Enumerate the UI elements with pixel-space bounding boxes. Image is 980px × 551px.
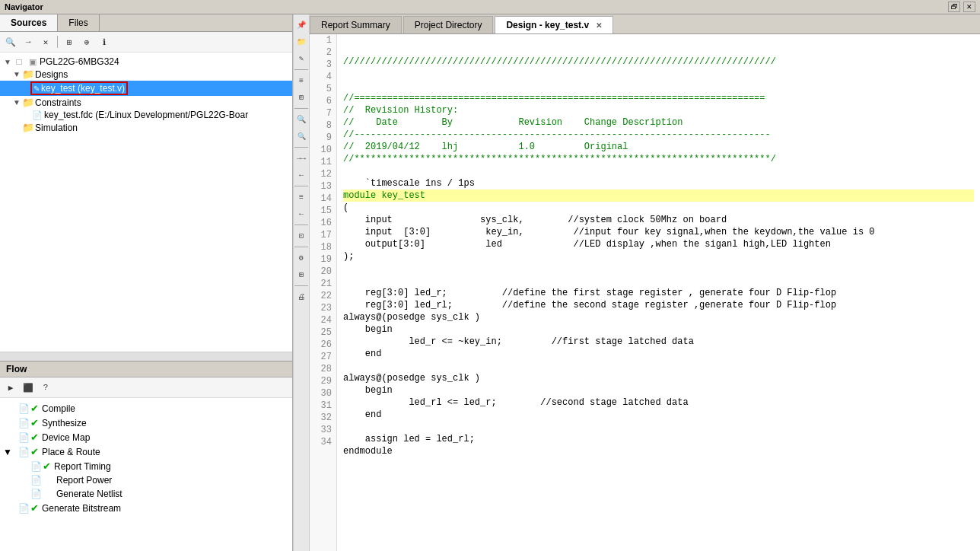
copy-icon[interactable]: ⊞ (62, 34, 77, 49)
mt-settings-btn[interactable]: ⚙ (294, 250, 309, 266)
tree-item-constraints[interactable]: ▼ 📁 Constraints (0, 96, 292, 109)
line-num-14: 14 (310, 193, 336, 205)
flow-item-report-power[interactable]: 📄 Report Power (0, 473, 292, 487)
tab-close-icon[interactable]: ✕ (596, 21, 602, 30)
code-line-25: end (343, 348, 974, 360)
label-key-test-v: key_test (key_test.v) (41, 83, 125, 94)
check-place-route: ✔ (30, 446, 39, 457)
flow-item-compile[interactable]: 📄 ✔ Compile (0, 401, 292, 416)
line-num-31: 31 (310, 400, 336, 412)
flow-item-gen-bitstream[interactable]: 📄 ✔ Generate Bitstream (0, 501, 292, 515)
tree-item-designs[interactable]: ▼ 📁 Designs (0, 68, 292, 81)
tab-report-summary[interactable]: Report Summary (310, 16, 402, 33)
flow-help-btn[interactable]: ? (38, 380, 53, 395)
line-num-20: 20 (310, 266, 336, 278)
mt-zoom-out-btn[interactable]: 🔍 (294, 129, 309, 144)
line-num-19: 19 (310, 253, 336, 266)
tab-project-directory[interactable]: Project Directory (403, 16, 494, 33)
tab-sources[interactable]: Sources (0, 14, 58, 31)
mt-grid-btn[interactable]: ⊞ (294, 90, 309, 105)
editor-tabs: Report Summary Project Directory Design … (310, 14, 980, 34)
main-layout: Sources Files 🔍 → ✕ ⊞ ⊕ ℹ ▼ □ ▣ (0, 14, 980, 551)
code-line-30: end (343, 409, 974, 421)
flow-stop-btn[interactable]: ⬛ (21, 380, 36, 395)
tree-item-pgl22g[interactable]: ▼ □ ▣ PGL22G-6MBG324 (0, 56, 292, 68)
mt-zoom-in-btn[interactable]: 🔍 (294, 112, 309, 127)
tab-files[interactable]: Files (58, 14, 99, 31)
line-num-27: 27 (310, 351, 336, 363)
mt-pin-btn[interactable]: 📌 (294, 18, 309, 33)
code-line-17: ); (343, 250, 974, 263)
doc-icon-synthesize: 📄 (18, 418, 30, 428)
code-line-7: //--------------------------------------… (343, 129, 974, 141)
mt-left-btn[interactable]: ← (294, 206, 309, 221)
code-line-9: //**************************************… (343, 153, 974, 165)
add-icon[interactable]: ⊕ (79, 34, 94, 49)
code-line-10 (343, 165, 974, 177)
toggle-constraints[interactable]: ▼ (12, 98, 21, 107)
flow-toolbar: ▶ ⬛ ? (0, 377, 292, 398)
label-gen-bitstream: Generate Bitstream (42, 503, 121, 514)
left-panel: Sources Files 🔍 → ✕ ⊞ ⊕ ℹ ▼ □ ▣ (0, 14, 293, 551)
flow-run-btn[interactable]: ▶ (3, 380, 18, 395)
mt-sep5 (294, 225, 308, 225)
code-line-32: assign led = led_rl; (343, 433, 974, 445)
mt-table-btn[interactable]: ⊡ (294, 228, 309, 244)
toggle-pgl22g[interactable]: ▼ (3, 58, 12, 66)
line-num-24: 24 (310, 314, 336, 326)
mt-forward-btn[interactable]: →→ (294, 151, 309, 166)
forward-icon[interactable]: → (21, 34, 36, 49)
flow-item-device-map[interactable]: 📄 ✔ Device Map (0, 430, 292, 444)
close-button[interactable]: ✕ (963, 2, 975, 12)
code-line-6: // Date By Revision Change Description (343, 116, 974, 129)
code-scroll[interactable]: ////////////////////////////////////////… (337, 34, 980, 551)
line-num-10: 10 (310, 144, 336, 156)
tree-scrollbar-h[interactable] (0, 352, 292, 361)
toggle-place-route[interactable]: ▼ (3, 447, 18, 457)
tree-item-key-test-fdc[interactable]: 📄 key_test.fdc (E:/Linux Development/PGL… (0, 109, 292, 121)
search-icon[interactable]: 🔍 (3, 34, 18, 49)
mt-print-btn[interactable]: 🖨 (294, 289, 309, 304)
code-line-2 (343, 68, 974, 80)
collapse-icon[interactable]: ✕ (38, 34, 53, 49)
restore-button[interactable]: 🗗 (948, 2, 960, 12)
mt-grid2-btn[interactable]: ⊞ (294, 267, 309, 282)
label-report-timing: Report Timing (54, 461, 111, 472)
line-num-34: 34 (310, 436, 336, 448)
code-line-21: reg[3:0] led_rl; //define the second sta… (343, 299, 974, 311)
folder-icon-pgl22g: □ (12, 56, 26, 67)
flow-item-synthesize[interactable]: 📄 ✔ Synthesize (0, 416, 292, 430)
line-num-18: 18 (310, 241, 336, 253)
mt-edit-btn[interactable]: ✎ (294, 51, 309, 66)
tab-design-key-test[interactable]: Design - key_test.v ✕ (495, 16, 613, 33)
right-panel: Report Summary Project Directory Design … (310, 14, 980, 551)
info-icon[interactable]: ℹ (97, 34, 112, 49)
line-num-29: 29 (310, 375, 336, 387)
doc-icon-gen-bitstream: 📄 (18, 503, 30, 514)
mt-folder-btn[interactable]: 📁 (294, 34, 309, 49)
toggle-designs[interactable]: ▼ (12, 70, 21, 78)
line-num-28: 28 (310, 363, 336, 375)
line-num-11: 11 (310, 156, 336, 168)
doc-icon-gen-netlist: 📄 (30, 489, 43, 499)
flow-item-place-route[interactable]: ▼ 📄 ✔ Place & Route (0, 444, 292, 459)
doc-icon-device-map: 📄 (18, 432, 30, 443)
code-line-22: always@(posedge sys_clk ) (343, 311, 974, 323)
flow-title: Flow (6, 364, 27, 374)
line-num-8: 8 (310, 119, 336, 132)
mt-align-btn[interactable]: ≡ (294, 190, 309, 205)
tree-item-key-test-v[interactable]: ✎ key_test (key_test.v) (0, 81, 292, 96)
tree-item-simulation[interactable]: 📁 Simulation (0, 121, 292, 134)
tree-area[interactable]: ▼ □ ▣ PGL22G-6MBG324 ▼ 📁 Designs ✎ ke (0, 53, 292, 352)
flow-item-gen-netlist[interactable]: 📄 Generate Netlist (0, 487, 292, 501)
code-line-15: input [3:0] key_in, //input four key sig… (343, 226, 974, 238)
code-line-16: output[3:0] led //LED display ,when the … (343, 238, 974, 250)
code-line-11: `timescale 1ns / 1ps (343, 177, 974, 190)
doc-icon-compile: 📄 (18, 403, 30, 414)
line-num-6: 6 (310, 95, 336, 107)
flow-item-report-timing[interactable]: 📄 ✔ Report Timing (0, 459, 292, 473)
mt-list-btn[interactable]: ≡ (294, 73, 309, 88)
code-line-5: // Revision History: (343, 104, 974, 116)
mt-back-btn[interactable]: ← (294, 167, 309, 183)
line-num-12: 12 (310, 168, 336, 180)
